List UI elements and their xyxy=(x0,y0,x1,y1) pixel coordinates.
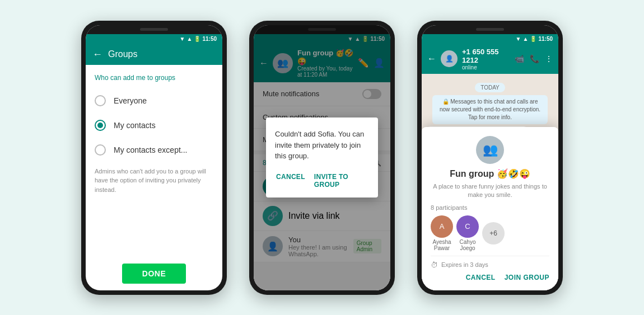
wifi-icon: ▼ xyxy=(180,36,185,42)
sheet-participants-count: 8 participants xyxy=(431,204,549,211)
contact-avatar-3: 👤 xyxy=(441,50,458,67)
section-label-1: Who can add me to groups xyxy=(86,74,222,88)
radio-circle-mycontacts xyxy=(95,120,106,131)
time-1: 11:50 xyxy=(202,36,217,42)
phone-1: ▼ ▲ 🔋 11:50 ← Groups Who can add me to g… xyxy=(81,21,227,295)
signal-icon: ▲ xyxy=(187,36,193,42)
battery-icon-3: 🔋 xyxy=(530,36,536,42)
sheet-description: A place to share funny jokes and things … xyxy=(431,182,549,200)
time-3: 11:50 xyxy=(538,36,553,42)
sheet-join-btn[interactable]: JOIN GROUP xyxy=(505,274,549,281)
chat-header-icons: 📹 📞 ⋮ xyxy=(515,54,553,63)
contact-info-3: +1 650 555 1212 online xyxy=(462,48,510,70)
expire-text: Expires in 3 days xyxy=(441,261,488,268)
sheet-group-avatar: 👥 xyxy=(476,136,504,164)
call-icon[interactable]: 📞 xyxy=(530,54,539,63)
dialog-overlay: Couldn't add Sofia. You can invite them … xyxy=(254,25,390,290)
cahyo-avatar: C xyxy=(456,215,479,238)
date-divider: TODAY xyxy=(426,82,554,92)
contact-status-3: online xyxy=(462,64,510,70)
phone-2: ▼ ▲ 🔋 11:50 ← 👥 Fun group 🥳🤣😜 Created by… xyxy=(249,21,395,295)
sheet-avatars-row: A AyeshaPawar C CahyoJoego +6 xyxy=(431,215,549,251)
radio-circle-except xyxy=(95,144,106,156)
system-message: 🔒 Messages to this chat and calls are no… xyxy=(432,95,547,124)
radio-label-everyone: Everyone xyxy=(114,96,147,105)
more-icon[interactable]: ⋮ xyxy=(545,54,553,63)
groups-settings-content: Who can add me to groups Everyone My con… xyxy=(86,65,222,257)
sheet-cancel-btn[interactable]: CANCEL xyxy=(466,274,496,281)
avatar-cahyo: C CahyoJoego xyxy=(456,215,479,251)
back-arrow-icon[interactable]: ← xyxy=(92,49,102,60)
page-title-1: Groups xyxy=(108,49,137,59)
radio-circle-everyone xyxy=(95,95,106,106)
hint-text-1: Admins who can't add you to a group will… xyxy=(86,162,222,199)
dialog-actions: CANCEL INVITE TO GROUP xyxy=(275,171,369,191)
radio-mycontacts-except[interactable]: My contacts except... xyxy=(86,138,222,162)
phone-3: ▼ ▲ 🔋 11:50 ← 👤 +1 650 555 1212 online 📹… xyxy=(417,21,563,295)
app-header-3: ← 👤 +1 650 555 1212 online 📹 📞 ⋮ xyxy=(422,44,558,74)
contact-name-3: +1 650 555 1212 xyxy=(462,48,510,64)
signal-icon-3: ▲ xyxy=(523,36,529,42)
avatar-ayesha: A AyeshaPawar xyxy=(431,215,453,251)
sheet-group-name: Fun group 🥳🤣😜 xyxy=(431,168,549,179)
expire-row: ⏱ Expires in 3 days xyxy=(431,256,549,269)
done-btn-container: DONE xyxy=(86,257,222,290)
sheet-actions: CANCEL JOIN GROUP xyxy=(431,274,549,281)
radio-label-mycontacts: My contacts xyxy=(114,121,156,130)
ayesha-name: AyeshaPawar xyxy=(432,239,451,251)
battery-icon: 🔋 xyxy=(194,36,200,42)
radio-mycontacts[interactable]: My contacts xyxy=(86,113,222,138)
wifi-icon-3: ▼ xyxy=(516,36,521,42)
status-bar-3: ▼ ▲ 🔋 11:50 xyxy=(422,34,558,44)
group-join-sheet: 👥 Fun group 🥳🤣😜 A place to share funny j… xyxy=(422,127,558,290)
radio-label-except: My contacts except... xyxy=(114,145,188,154)
ayesha-avatar: A xyxy=(431,215,453,238)
invite-dialog: Couldn't add Sofia. You can invite them … xyxy=(266,117,378,198)
date-label: TODAY xyxy=(475,83,505,92)
chat-area-3: TODAY 🔒 Messages to this chat and calls … xyxy=(422,74,558,290)
status-bar-1: ▼ ▲ 🔋 11:50 xyxy=(86,34,222,44)
extra-count: +6 xyxy=(482,222,505,245)
done-button[interactable]: DONE xyxy=(122,264,186,284)
radio-everyone[interactable]: Everyone xyxy=(86,88,222,113)
dialog-message: Couldn't add Sofia. You can invite them … xyxy=(275,129,369,162)
dialog-cancel-btn[interactable]: CANCEL xyxy=(275,171,306,191)
cahyo-name: CahyoJoego xyxy=(460,239,476,251)
back-arrow-3[interactable]: ← xyxy=(427,54,436,64)
video-icon[interactable]: 📹 xyxy=(515,54,524,63)
app-header-1: ← Groups xyxy=(86,44,222,65)
clock-icon: ⏱ xyxy=(431,261,438,269)
dialog-invite-btn[interactable]: INVITE TO GROUP xyxy=(313,171,369,191)
